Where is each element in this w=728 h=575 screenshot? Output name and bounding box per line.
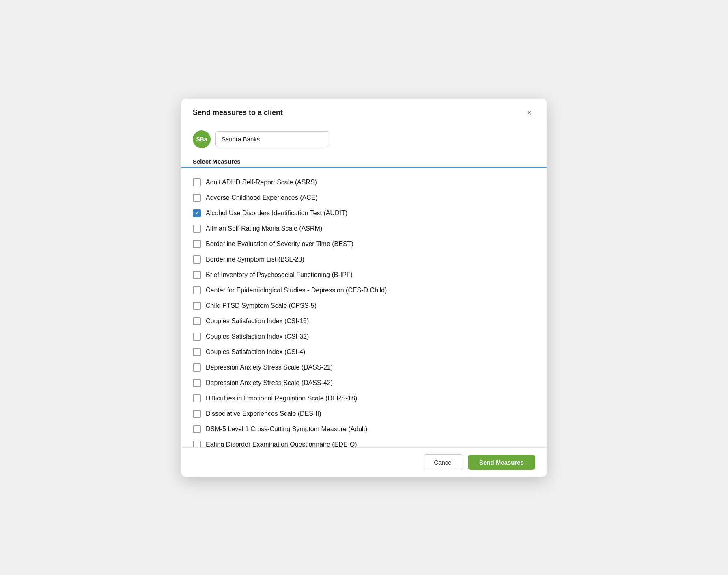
measure-label-asrs: Adult ADHD Self-Report Scale (ASRS) bbox=[206, 179, 317, 186]
measures-list: Adult ADHD Self-Report Scale (ASRS)Adver… bbox=[181, 171, 547, 447]
measure-label-ders18: Difficulties in Emotional Regulation Sca… bbox=[206, 395, 357, 402]
avatar: SBa bbox=[193, 130, 211, 148]
measure-checkbox-bipf[interactable] bbox=[193, 271, 201, 279]
list-item[interactable]: Borderline Symptom List (BSL-23) bbox=[193, 252, 535, 267]
measure-label-audit: Alcohol Use Disorders Identification Tes… bbox=[206, 210, 347, 217]
list-item[interactable]: Difficulties in Emotional Regulation Sca… bbox=[193, 391, 535, 406]
measure-checkbox-ders18[interactable] bbox=[193, 394, 201, 402]
measure-checkbox-audit[interactable] bbox=[193, 209, 201, 217]
measure-checkbox-bsl23[interactable] bbox=[193, 255, 201, 264]
measure-label-csi4: Couples Satisfaction Index (CSI-4) bbox=[206, 348, 305, 356]
measure-label-edeq: Eating Disorder Examination Questionnair… bbox=[206, 441, 357, 447]
list-item[interactable]: Child PTSD Symptom Scale (CPSS-5) bbox=[193, 298, 535, 313]
measure-label-cpss5: Child PTSD Symptom Scale (CPSS-5) bbox=[206, 302, 317, 309]
measure-label-csi16: Couples Satisfaction Index (CSI-16) bbox=[206, 318, 309, 325]
measure-checkbox-desii[interactable] bbox=[193, 410, 201, 418]
measure-checkbox-dass21[interactable] bbox=[193, 363, 201, 372]
measure-label-dsm5: DSM-5 Level 1 Cross-Cutting Symptom Meas… bbox=[206, 426, 367, 433]
measure-label-dass21: Depression Anxiety Stress Scale (DASS-21… bbox=[206, 364, 333, 371]
measure-checkbox-asrm[interactable] bbox=[193, 225, 201, 233]
list-item[interactable]: Depression Anxiety Stress Scale (DASS-21… bbox=[193, 360, 535, 375]
list-item[interactable]: Adult ADHD Self-Report Scale (ASRS) bbox=[193, 175, 535, 190]
list-item[interactable]: Alcohol Use Disorders Identification Tes… bbox=[193, 205, 535, 221]
measure-label-best: Borderline Evaluation of Severity over T… bbox=[206, 240, 353, 248]
modal-footer: Cancel Send Measures bbox=[181, 447, 547, 477]
measure-label-bipf: Brief Inventory of Psychosocial Function… bbox=[206, 271, 353, 279]
list-item[interactable]: Brief Inventory of Psychosocial Function… bbox=[193, 267, 535, 283]
select-measures-label: Select Measures bbox=[181, 155, 547, 168]
list-item[interactable]: Dissociative Experiences Scale (DES-II) bbox=[193, 406, 535, 422]
measure-checkbox-edeq[interactable] bbox=[193, 441, 201, 447]
list-item[interactable]: Adverse Childhood Experiences (ACE) bbox=[193, 190, 535, 205]
list-item[interactable]: Couples Satisfaction Index (CSI-4) bbox=[193, 344, 535, 360]
list-item[interactable]: DSM-5 Level 1 Cross-Cutting Symptom Meas… bbox=[193, 422, 535, 437]
modal-title: Send measures to a client bbox=[193, 108, 283, 117]
list-item[interactable]: Center for Epidemiological Studies - Dep… bbox=[193, 283, 535, 298]
measure-checkbox-best[interactable] bbox=[193, 240, 201, 248]
client-row: SBa bbox=[181, 125, 547, 155]
measure-checkbox-cpss5[interactable] bbox=[193, 302, 201, 310]
measure-label-ace: Adverse Childhood Experiences (ACE) bbox=[206, 194, 318, 201]
send-measures-button[interactable]: Send Measures bbox=[468, 455, 535, 470]
list-item[interactable]: Borderline Evaluation of Severity over T… bbox=[193, 236, 535, 252]
list-item[interactable]: Couples Satisfaction Index (CSI-16) bbox=[193, 313, 535, 329]
measure-checkbox-dsm5[interactable] bbox=[193, 425, 201, 433]
send-measures-modal: Send measures to a client × SBa Select M… bbox=[181, 99, 547, 477]
list-item[interactable]: Depression Anxiety Stress Scale (DASS-42… bbox=[193, 375, 535, 391]
measure-checkbox-dass42[interactable] bbox=[193, 379, 201, 387]
measure-checkbox-ace[interactable] bbox=[193, 194, 201, 202]
measure-checkbox-csi16[interactable] bbox=[193, 317, 201, 325]
measure-label-dass42: Depression Anxiety Stress Scale (DASS-42… bbox=[206, 379, 333, 387]
measure-label-asrm: Altman Self-Rating Mania Scale (ASRM) bbox=[206, 225, 322, 232]
measure-label-csi32: Couples Satisfaction Index (CSI-32) bbox=[206, 333, 309, 340]
measure-checkbox-csi32[interactable] bbox=[193, 333, 201, 341]
list-item[interactable]: Altman Self-Rating Mania Scale (ASRM) bbox=[193, 221, 535, 236]
measure-checkbox-cesd[interactable] bbox=[193, 286, 201, 294]
close-button[interactable]: × bbox=[523, 107, 535, 119]
measure-label-bsl23: Borderline Symptom List (BSL-23) bbox=[206, 256, 304, 263]
modal-header: Send measures to a client × bbox=[181, 99, 547, 125]
measure-label-cesd: Center for Epidemiological Studies - Dep… bbox=[206, 287, 387, 294]
measure-checkbox-csi4[interactable] bbox=[193, 348, 201, 356]
cancel-button[interactable]: Cancel bbox=[424, 454, 463, 470]
list-item[interactable]: Eating Disorder Examination Questionnair… bbox=[193, 437, 535, 447]
client-name-input[interactable] bbox=[215, 131, 329, 147]
list-item[interactable]: Couples Satisfaction Index (CSI-32) bbox=[193, 329, 535, 344]
measure-checkbox-asrs[interactable] bbox=[193, 178, 201, 186]
measure-label-desii: Dissociative Experiences Scale (DES-II) bbox=[206, 410, 321, 417]
